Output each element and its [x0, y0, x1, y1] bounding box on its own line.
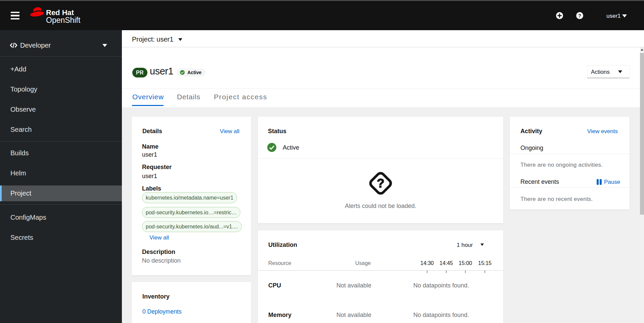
svg-text:?: ? — [377, 176, 384, 190]
svg-text:?: ? — [578, 13, 581, 18]
